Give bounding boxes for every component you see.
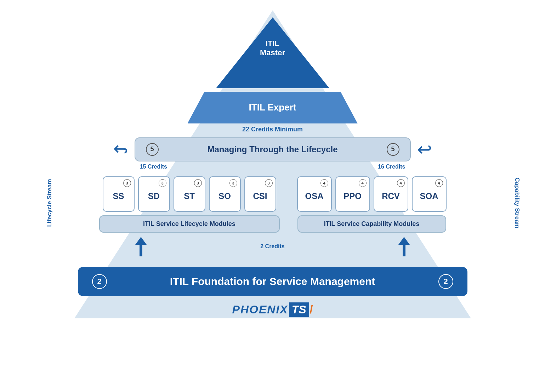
expert-section: ITIL Expert 22 Credits Minimum xyxy=(188,92,358,133)
module-card-st: 3 ST xyxy=(174,176,205,212)
rcv-badge: 4 xyxy=(397,179,405,187)
rcv-label: RCV xyxy=(382,191,400,201)
svg-marker-0 xyxy=(135,237,147,256)
so-label: SO xyxy=(218,191,231,201)
ss-label: SS xyxy=(113,191,124,201)
module-card-osa: 4 OSA xyxy=(297,176,332,212)
module-card-so: 3 SO xyxy=(209,176,241,212)
foundation-badge-left: 2 xyxy=(92,274,107,289)
logo-slash: / xyxy=(310,303,313,316)
st-label: ST xyxy=(184,191,195,201)
so-badge: 3 xyxy=(229,179,237,187)
capability-module-cards: 4 OSA 4 PPO 4 RCV 4 xyxy=(297,176,447,212)
logo-phoenix: PHOENIX xyxy=(232,303,288,316)
mtl-arrow-left: ↩ xyxy=(113,141,128,158)
modules-wrapper: Lifecycle Stream Capability Stream 3 SS … xyxy=(60,176,485,233)
mtl-badge-right: 5 xyxy=(387,143,399,156)
mtl-arrow-right: ↩ xyxy=(417,141,432,158)
soa-label: SOA xyxy=(420,191,438,201)
mtl-badge-left: 5 xyxy=(146,143,159,156)
csi-label: CSI xyxy=(253,191,267,201)
expert-trapezoid: ITIL Expert xyxy=(188,92,358,124)
logo-section: PHOENIX TS / xyxy=(232,302,313,317)
module-card-csi: 3 CSI xyxy=(244,176,276,212)
capability-group-box: ITIL Service Capability Modules xyxy=(297,215,446,233)
lifecycle-group: 3 SS 3 SD 3 ST 3 xyxy=(99,176,280,233)
logo-ts: TS xyxy=(289,302,309,317)
modules-columns: 3 SS 3 SD 3 ST 3 xyxy=(60,176,485,233)
credits-16: 16 Credits xyxy=(378,164,405,170)
foundation-badge-right: 2 xyxy=(438,274,453,289)
module-card-ss: 3 SS xyxy=(103,176,135,212)
lifecycle-stream-label: Lifecycle Stream xyxy=(46,179,53,227)
itil-master-section: ITIL Master xyxy=(216,17,329,88)
ppo-badge: 4 xyxy=(359,179,367,187)
capability-group: 4 OSA 4 PPO 4 RCV 4 xyxy=(297,176,446,233)
lifecycle-module-cards: 3 SS 3 SD 3 ST 3 xyxy=(103,176,276,212)
mtl-row: ↩ 5 Managing Through the Lifecycle 5 ↩ xyxy=(113,137,432,161)
credits-row: 15 Credits 16 Credits xyxy=(140,164,405,170)
osa-badge: 4 xyxy=(320,179,328,187)
module-card-rcv: 4 RCV xyxy=(374,176,408,212)
right-arrow-group xyxy=(397,237,411,256)
svg-marker-1 xyxy=(398,237,410,256)
master-triangle: ITIL Master xyxy=(216,17,329,88)
csi-badge: 3 xyxy=(265,179,273,187)
osa-label: OSA xyxy=(305,191,323,201)
sd-label: SD xyxy=(148,191,160,201)
foundation-title: ITIL Foundation for Service Management xyxy=(107,275,438,288)
mtl-title: Managing Through the Lifecycle xyxy=(159,144,387,154)
sd-badge: 3 xyxy=(159,179,166,187)
ppo-label: PPO xyxy=(344,191,362,201)
credits-2-label: 2 Credits xyxy=(260,243,284,250)
master-line1: ITIL xyxy=(266,39,279,48)
ss-badge: 3 xyxy=(123,179,131,187)
master-line2: Master xyxy=(260,48,285,57)
capability-stream-label: Capability Stream xyxy=(513,177,521,228)
credits-22: 22 Credits Minimum xyxy=(242,126,303,133)
master-triangle-text: ITIL Master xyxy=(216,17,329,79)
left-arrow-group xyxy=(134,237,148,256)
module-card-sd: 3 SD xyxy=(138,176,170,212)
module-card-ppo: 4 PPO xyxy=(335,176,370,212)
module-card-soa: 4 SOA xyxy=(412,176,447,212)
arrows-credits-row: 2 Credits xyxy=(78,237,467,256)
credits-15: 15 Credits xyxy=(140,164,167,170)
foundation-section: 2 ITIL Foundation for Service Management… xyxy=(78,267,467,296)
expert-label: ITIL Expert xyxy=(249,102,296,113)
right-arrow-up-svg xyxy=(397,237,411,256)
lifecycle-group-box: ITIL Service Lifecycle Modules xyxy=(99,215,280,233)
mtl-box: 5 Managing Through the Lifecycle 5 xyxy=(135,137,411,161)
left-arrow-up-svg xyxy=(134,237,148,256)
diagram-container: ITIL Master ITIL Expert 22 Credits Minim… xyxy=(25,10,521,382)
st-badge: 3 xyxy=(194,179,202,187)
soa-badge: 4 xyxy=(435,179,443,187)
